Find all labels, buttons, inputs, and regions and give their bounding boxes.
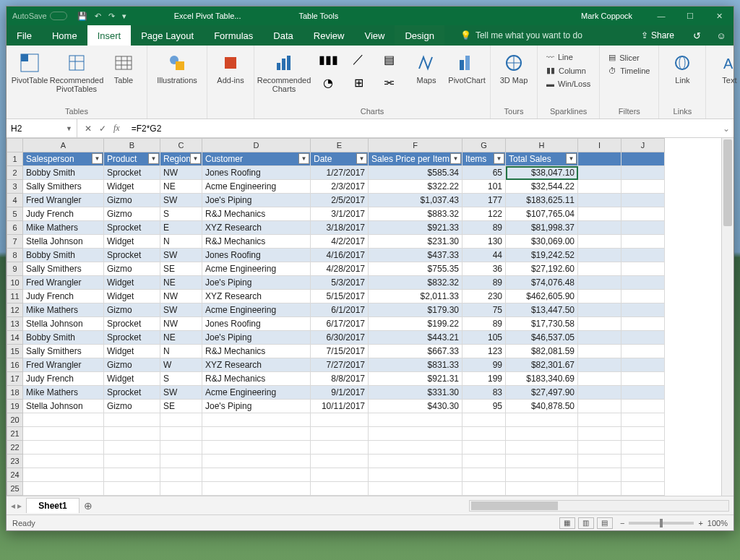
addins-button[interactable]: Add-ins — [213, 48, 248, 95]
cell[interactable]: 199 — [462, 372, 506, 386]
cell[interactable]: Sprocket — [104, 249, 160, 262]
cell[interactable]: W — [160, 358, 202, 372]
cell[interactable]: $82,301.67 — [506, 358, 578, 372]
chart-line-icon[interactable]: ／ — [344, 48, 373, 70]
cell[interactable]: NE — [160, 276, 202, 290]
cell[interactable]: NE — [160, 331, 202, 345]
cell[interactable]: Stella Johnson — [23, 235, 104, 249]
cell[interactable]: Sprocket — [104, 331, 160, 345]
cell[interactable] — [160, 468, 202, 482]
cell[interactable] — [621, 441, 665, 455]
cell[interactable]: 2/5/2017 — [311, 194, 369, 207]
cell[interactable] — [104, 413, 160, 427]
cell[interactable]: Sprocket — [104, 317, 160, 331]
cell[interactable]: Sally Smithers — [23, 262, 104, 276]
column-header[interactable]: B — [104, 139, 160, 152]
chart-column-icon[interactable]: ▮▮▮ — [314, 48, 343, 70]
cell[interactable]: Acme Engineering — [202, 180, 311, 194]
cell[interactable]: N — [160, 345, 202, 358]
cell[interactable] — [506, 413, 578, 427]
cell[interactable] — [506, 441, 578, 455]
cell[interactable]: 230 — [462, 290, 506, 303]
cell[interactable]: Mike Mathers — [23, 386, 104, 400]
cell[interactable]: 130 — [462, 235, 506, 249]
cell[interactable]: 2/3/2017 — [311, 180, 369, 194]
tab-page-layout[interactable]: Page Layout — [131, 25, 204, 46]
cell[interactable]: $40,878.50 — [506, 400, 578, 413]
cell[interactable]: 6/30/2017 — [311, 331, 369, 345]
cell[interactable] — [621, 331, 665, 345]
cell[interactable] — [621, 180, 665, 194]
sparkline-winloss-button[interactable]: ▬Win/Loss — [543, 78, 593, 90]
tab-data[interactable]: Data — [263, 25, 303, 46]
cell[interactable] — [462, 441, 506, 455]
history-icon[interactable]: ↺ — [684, 25, 709, 46]
zoom-slider[interactable] — [629, 522, 694, 525]
cell[interactable] — [578, 331, 621, 345]
cell[interactable]: Fred Wrangler — [23, 358, 104, 372]
cell[interactable]: $82,081.59 — [506, 345, 578, 358]
chart-combo-icon[interactable]: ⫘ — [374, 72, 403, 93]
illustrations-button[interactable]: Illustrations — [153, 48, 201, 95]
cell[interactable]: 89 — [462, 221, 506, 235]
minimize-button[interactable]: — — [647, 12, 676, 21]
cell[interactable]: 7/27/2017 — [311, 358, 369, 372]
cell[interactable] — [311, 468, 369, 482]
cell[interactable]: Widget — [104, 345, 160, 358]
cell[interactable]: N — [160, 235, 202, 249]
cell[interactable]: $430.30 — [369, 400, 462, 413]
cell[interactable]: $322.22 — [369, 180, 462, 194]
cell[interactable]: $81,998.37 — [506, 221, 578, 235]
cell[interactable]: Sally Smithers — [23, 345, 104, 358]
cell[interactable] — [621, 235, 665, 249]
cell[interactable]: 122 — [462, 207, 506, 221]
cell[interactable]: 177 — [462, 194, 506, 207]
cell[interactable] — [578, 317, 621, 331]
cell[interactable]: NW — [160, 290, 202, 303]
cell[interactable]: $32,544.22 — [506, 180, 578, 194]
table-header-cell[interactable]: Customer▼ — [202, 152, 311, 166]
cell[interactable] — [621, 303, 665, 317]
sheet-nav-arrows[interactable]: ◂ ▸ — [7, 501, 26, 511]
tab-file[interactable]: File — [7, 25, 42, 46]
cell[interactable] — [621, 249, 665, 262]
undo-icon[interactable]: ↶ — [95, 12, 101, 21]
cell[interactable]: $13,447.50 — [506, 303, 578, 317]
cell[interactable] — [578, 455, 621, 468]
close-button[interactable]: ✕ — [705, 12, 733, 21]
table-header-cell[interactable]: Sales Price per Item▼ — [369, 152, 462, 166]
cell[interactable] — [578, 413, 621, 427]
cell[interactable]: 9/1/2017 — [311, 386, 369, 400]
cell[interactable]: Jones Roofing — [202, 249, 311, 262]
cell[interactable]: 36 — [462, 262, 506, 276]
cell[interactable]: 95 — [462, 400, 506, 413]
link-button[interactable]: Link — [665, 48, 700, 95]
new-sheet-button[interactable]: ⊕ — [79, 500, 97, 512]
column-header[interactable]: H — [506, 139, 578, 152]
cell[interactable] — [462, 468, 506, 482]
cell[interactable]: Sprocket — [104, 166, 160, 180]
cell[interactable] — [311, 427, 369, 441]
cell[interactable] — [578, 482, 621, 496]
cell[interactable]: R&J Mechanics — [202, 372, 311, 386]
cell[interactable] — [23, 468, 104, 482]
row-header[interactable]: 4 — [7, 194, 23, 207]
table-header-cell[interactable]: Product▼ — [104, 152, 160, 166]
chart-map-icon[interactable]: ▤ — [374, 48, 403, 70]
cell[interactable] — [506, 468, 578, 482]
tab-formulas[interactable]: Formulas — [204, 25, 263, 46]
cell[interactable]: $921.31 — [369, 372, 462, 386]
select-all-corner[interactable] — [7, 139, 23, 152]
row-header[interactable]: 24 — [7, 468, 23, 482]
cell[interactable] — [104, 482, 160, 496]
cell[interactable] — [621, 455, 665, 468]
insert-function-icon[interactable]: fх — [113, 123, 120, 134]
cell[interactable]: Widget — [104, 276, 160, 290]
cell[interactable]: Fred Wrangler — [23, 194, 104, 207]
tell-me-search[interactable]: 💡 Tell me what you want to do — [444, 25, 631, 46]
cell[interactable] — [578, 441, 621, 455]
cell[interactable]: 1/27/2017 — [311, 166, 369, 180]
cell[interactable] — [621, 400, 665, 413]
cell[interactable]: NW — [160, 317, 202, 331]
row-header[interactable]: 3 — [7, 180, 23, 194]
